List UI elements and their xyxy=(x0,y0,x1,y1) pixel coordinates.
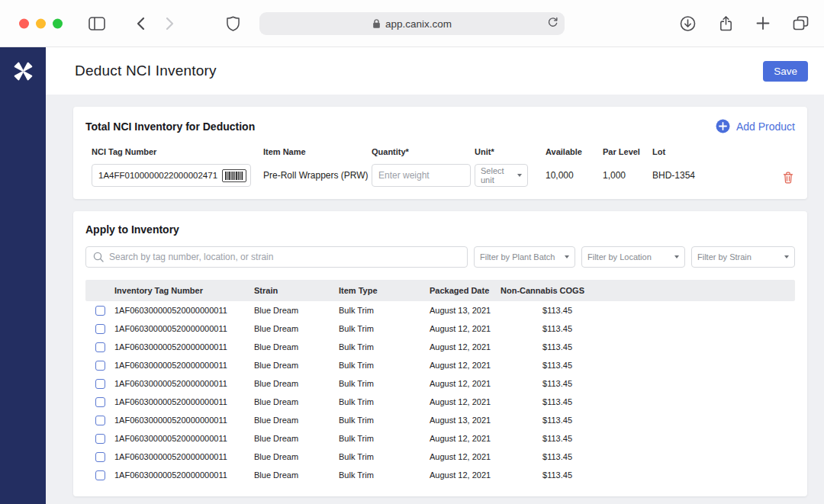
row-checkbox[interactable] xyxy=(95,397,105,407)
cell-packaged-date: August 12, 2021 xyxy=(430,342,501,352)
row-checkbox[interactable] xyxy=(95,324,105,334)
window-controls xyxy=(19,18,63,28)
cell-inventory-tag: 1AF060300000520000000011 xyxy=(114,306,254,315)
row-checkbox[interactable] xyxy=(95,379,105,389)
deduction-card-title: Total NCI Inventory for Deduction xyxy=(85,120,255,133)
inventory-search xyxy=(85,246,468,268)
filter-strain[interactable]: Filter by Strain xyxy=(691,246,795,268)
col-inventory-tag: Inventory Tag Number xyxy=(114,286,254,295)
cell-item-type: Bulk Trim xyxy=(339,397,430,406)
unit-select-value: Select unit xyxy=(481,166,517,185)
cell-packaged-date: August 12, 2021 xyxy=(430,379,501,388)
row-checkbox[interactable] xyxy=(95,361,105,371)
cell-packaged-date: August 12, 2021 xyxy=(430,397,501,406)
back-button[interactable] xyxy=(135,16,146,31)
page-content: Total NCI Inventory for Deduction Add Pr… xyxy=(46,95,824,504)
privacy-report-button[interactable] xyxy=(227,16,240,31)
cell-cogs: $113.45 xyxy=(501,306,584,315)
cell-item-type: Bulk Trim xyxy=(339,434,430,443)
cell-cogs: $113.45 xyxy=(501,416,584,425)
delete-row-button[interactable] xyxy=(781,170,795,185)
lot-value: BHD-1354 xyxy=(652,164,781,187)
table-row: 1AF060300000520000000011 Blue Dream Bulk… xyxy=(85,448,795,466)
cell-cogs: $113.45 xyxy=(501,470,584,480)
chevron-down-icon xyxy=(565,255,569,258)
share-button[interactable] xyxy=(719,15,733,31)
search-input[interactable] xyxy=(109,252,460,262)
row-checkbox[interactable] xyxy=(95,470,105,480)
cell-strain: Blue Dream xyxy=(254,397,339,406)
reload-button[interactable] xyxy=(547,17,558,31)
cell-inventory-tag: 1AF060300000520000000011 xyxy=(114,452,254,461)
forward-button[interactable] xyxy=(165,16,175,31)
filter-location[interactable]: Filter by Location xyxy=(581,246,685,268)
barcode-icon[interactable] xyxy=(222,169,246,182)
chevron-left-icon xyxy=(135,16,146,31)
plus-icon xyxy=(756,17,770,30)
row-checkbox[interactable] xyxy=(95,452,105,462)
cell-strain: Blue Dream xyxy=(254,342,339,352)
add-product-label: Add Product xyxy=(736,120,795,133)
chevron-down-icon xyxy=(674,255,679,258)
table-row: 1AF060300000520000000011 Blue Dream Bulk… xyxy=(85,338,795,356)
chevron-right-icon xyxy=(165,16,175,31)
close-button[interactable] xyxy=(19,18,29,28)
reload-icon xyxy=(547,17,558,28)
label-available: Available xyxy=(546,147,603,156)
shield-icon xyxy=(227,16,240,31)
cell-strain: Blue Dream xyxy=(254,324,339,333)
cell-packaged-date: August 13, 2021 xyxy=(430,416,501,425)
label-par-level: Par Level xyxy=(603,147,652,156)
sidebar-icon xyxy=(89,17,105,30)
inventory-card: Apply to Inventory Filter by Plant Batch xyxy=(73,211,807,496)
quantity-input[interactable] xyxy=(372,164,471,187)
cell-cogs: $113.45 xyxy=(501,434,584,443)
chevron-down-icon xyxy=(784,255,789,258)
cell-inventory-tag: 1AF060300000520000000011 xyxy=(114,397,254,406)
url-text: app.canix.com xyxy=(385,18,452,30)
filter-plant-batch[interactable]: Filter by Plant Batch xyxy=(474,246,575,268)
browser-window: app.canix.com xyxy=(0,0,824,504)
row-checkbox[interactable] xyxy=(95,306,105,316)
save-button[interactable]: Save xyxy=(763,61,808,82)
row-checkbox[interactable] xyxy=(95,434,105,444)
new-tab-button[interactable] xyxy=(756,17,770,30)
inventory-filter-row: Filter by Plant Batch Filter by Location xyxy=(85,246,795,268)
inventory-table: Inventory Tag Number Strain Item Type Pa… xyxy=(85,280,795,484)
filter-location-label: Filter by Location xyxy=(587,252,652,262)
nci-tag-input[interactable] xyxy=(98,171,222,180)
unit-select[interactable]: Select unit xyxy=(475,164,528,187)
label-unit: Unit* xyxy=(475,147,546,156)
cell-item-type: Bulk Trim xyxy=(339,324,430,333)
cell-item-type: Bulk Trim xyxy=(339,306,430,315)
minimize-button[interactable] xyxy=(36,18,46,28)
address-bar[interactable]: app.canix.com xyxy=(259,12,565,35)
canix-logo[interactable] xyxy=(13,61,34,82)
app-window: Deduct NCI Inventory Save Total NCI Inve… xyxy=(0,47,824,504)
page-title: Deduct NCI Inventory xyxy=(75,63,217,79)
cell-item-type: Bulk Trim xyxy=(339,416,430,425)
deduction-card: Total NCI Inventory for Deduction Add Pr… xyxy=(73,107,807,199)
cell-item-type: Bulk Trim xyxy=(339,379,430,388)
zoom-button[interactable] xyxy=(53,18,63,28)
label-lot: Lot xyxy=(652,147,781,156)
nci-tag-input-wrap xyxy=(92,164,251,187)
add-product-button[interactable]: Add Product xyxy=(716,119,795,133)
row-checkbox[interactable] xyxy=(95,342,105,352)
search-icon xyxy=(93,252,104,262)
label-item-name: Item Name xyxy=(263,147,372,156)
table-header: Inventory Tag Number Strain Item Type Pa… xyxy=(85,280,795,301)
plus-circle-icon xyxy=(716,119,730,133)
available-value: 10,000 xyxy=(546,164,603,187)
cell-cogs: $113.45 xyxy=(501,342,584,352)
sidebar-toggle-button[interactable] xyxy=(89,17,105,30)
tab-overview-button[interactable] xyxy=(793,16,809,31)
downloads-button[interactable] xyxy=(680,15,696,31)
table-row: 1AF060300000520000000011 Blue Dream Bulk… xyxy=(85,393,795,411)
table-row: 1AF060300000520000000011 Blue Dream Bulk… xyxy=(85,374,795,393)
cell-item-type: Bulk Trim xyxy=(339,470,430,480)
cell-packaged-date: August 12, 2021 xyxy=(430,452,501,461)
cell-inventory-tag: 1AF060300000520000000011 xyxy=(114,361,254,370)
row-checkbox[interactable] xyxy=(95,416,105,425)
filter-strain-label: Filter by Strain xyxy=(697,252,752,262)
